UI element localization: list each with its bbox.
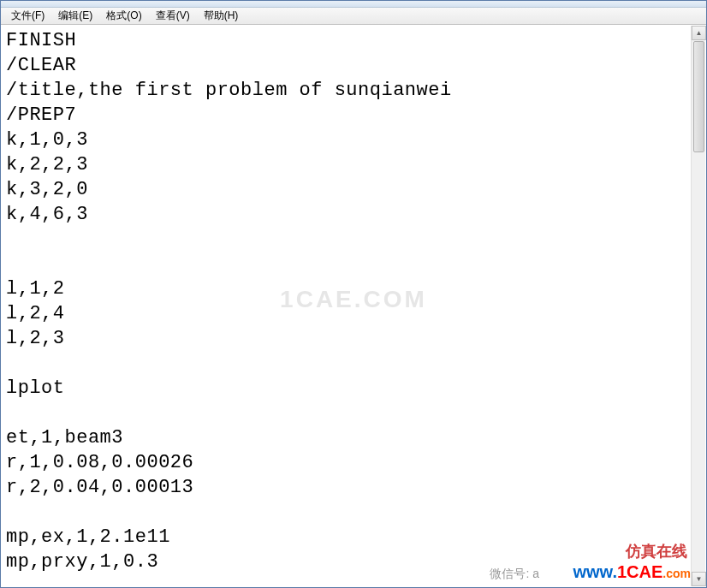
scroll-up-button[interactable]: ▲ [692, 26, 706, 40]
menu-edit[interactable]: 编辑(E) [51, 7, 99, 25]
menu-bar: 文件(F) 编辑(E) 格式(O) 查看(V) 帮助(H) [1, 8, 706, 25]
logo-prefix: www. [573, 562, 616, 582]
scrollbar-vertical[interactable]: ▲ ▼ [691, 26, 705, 586]
menu-format[interactable]: 格式(O) [99, 7, 148, 25]
watermark-logo: www. 1CAE .com [573, 562, 691, 582]
logo-main: 1CAE [617, 562, 662, 582]
menu-view[interactable]: 查看(V) [149, 7, 197, 25]
arrow-up-icon: ▲ [696, 29, 703, 37]
watermark-wechat: 微信号: a [490, 567, 539, 582]
scroll-thumb[interactable] [693, 41, 704, 152]
editor-text[interactable]: FINISH /CLEAR /title,the first problem o… [1, 25, 706, 578]
scroll-down-button[interactable]: ▼ [692, 572, 706, 586]
notepad-window: 文件(F) 编辑(E) 格式(O) 查看(V) 帮助(H) FINISH /CL… [0, 0, 707, 588]
watermark-chinese: 仿真在线 [626, 541, 687, 561]
content-area: FINISH /CLEAR /title,the first problem o… [1, 25, 706, 587]
logo-suffix: .com [662, 567, 691, 580]
arrow-down-icon: ▼ [696, 575, 703, 583]
menu-file[interactable]: 文件(F) [4, 7, 51, 25]
menu-help[interactable]: 帮助(H) [197, 7, 246, 25]
